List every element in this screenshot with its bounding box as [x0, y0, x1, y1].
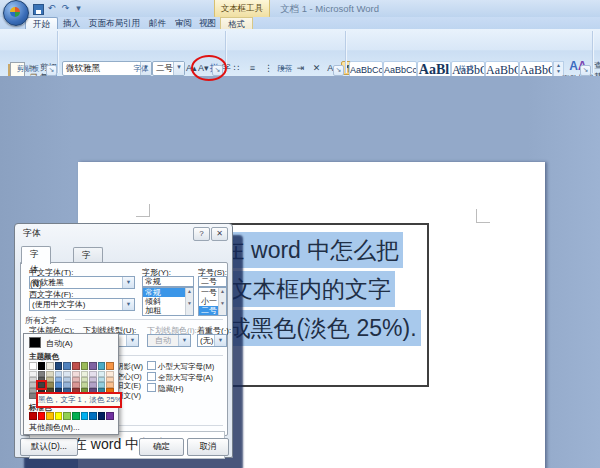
redo-icon[interactable]: ↷ — [59, 2, 72, 14]
color-swatch[interactable] — [38, 382, 46, 388]
color-swatch[interactable] — [81, 362, 89, 370]
font-color-dropdown: 自动(A) 主题颜色 标准色 其他颜色(M)... — [23, 333, 119, 435]
dialog-tab-font[interactable]: 字体(N) — [21, 246, 51, 264]
color-swatch[interactable] — [38, 412, 46, 420]
textbox-line[interactable]: 设成黑色(淡色 25%). — [200, 310, 420, 346]
margin-mark — [476, 209, 477, 223]
paragraph-dialog-launcher[interactable]: ↘ — [333, 65, 344, 76]
styles-dialog-launcher[interactable]: ↘ — [580, 65, 591, 76]
color-swatch[interactable] — [63, 362, 71, 370]
checkbox-icon[interactable] — [147, 383, 156, 392]
list-option[interactable]: 常规 — [143, 288, 188, 297]
help-icon[interactable]: ? — [193, 227, 210, 241]
effect-checkbox[interactable]: 全部大写字母(A) — [147, 372, 213, 383]
chevron-down-icon[interactable]: ▼ — [126, 335, 138, 346]
scrollbar[interactable]: ▲▼ — [185, 288, 193, 315]
color-tooltip: 黑色，文字 1，淡色 25% — [36, 392, 122, 408]
color-swatch[interactable] — [72, 412, 80, 420]
paragraph-group-label: 段落 — [226, 64, 344, 74]
ribbon-tab-row: 开始 插入 页面布局 引用 邮件 审阅 视图 格式 — [0, 17, 600, 29]
edit-group-item[interactable]: 查找 — [594, 60, 600, 71]
color-swatch[interactable] — [63, 412, 71, 420]
emphasis-combo[interactable]: (无)▼ — [197, 334, 227, 347]
font-style-list[interactable]: ▲▼常规倾斜加粗 — [142, 287, 194, 316]
color-swatch[interactable] — [29, 412, 37, 420]
dialog-title: 字体 — [23, 227, 41, 240]
dialog-tab-spacing[interactable]: 字符间距(R) — [73, 247, 103, 263]
color-swatch[interactable] — [98, 362, 106, 370]
scrollbar[interactable]: ▲▼ — [218, 288, 226, 315]
underline-color-combo: 自动▼ — [147, 334, 191, 347]
tab-view[interactable]: 视图 — [192, 17, 223, 29]
qat-menu-icon[interactable]: ▾ — [72, 2, 85, 14]
automatic-color-item[interactable]: 自动(A) — [26, 337, 114, 350]
color-swatch[interactable] — [98, 412, 106, 420]
chevron-down-icon[interactable]: ▼ — [122, 299, 134, 310]
margin-mark — [476, 222, 490, 223]
font-size-input[interactable]: 二号 — [198, 276, 227, 287]
word-window: ↶ ↷ ▾ 文本框工具 文档 1 - Microsoft Word 开始 插入 … — [0, 0, 600, 468]
annotation-circle — [191, 55, 227, 81]
color-swatch[interactable] — [29, 362, 37, 370]
font-style-input[interactable]: 常规 — [142, 276, 194, 287]
font-size-list[interactable]: ▲▼一号小一二号 — [198, 287, 227, 316]
undo-icon[interactable]: ↶ — [45, 2, 58, 14]
color-swatch[interactable] — [106, 412, 114, 420]
color-swatch[interactable] — [55, 412, 63, 420]
more-colors-item[interactable]: 其他颜色(M)... — [29, 423, 113, 433]
textbox-line[interactable]: 文本框内的文字 — [226, 271, 395, 307]
office-logo-icon — [10, 7, 20, 17]
chinese-font-combo[interactable]: 微软雅黑▼ — [29, 276, 135, 289]
color-swatch[interactable] — [89, 412, 97, 420]
clipboard-dialog-launcher[interactable]: ↘ — [46, 65, 57, 76]
cancel-button[interactable]: 取消 — [187, 438, 229, 456]
color-swatch[interactable] — [46, 362, 54, 370]
margin-mark — [136, 216, 150, 217]
theme-colors-label: 主题颜色 — [29, 352, 59, 362]
effect-checkbox[interactable]: 小型大写字母(M) — [147, 361, 214, 372]
chevron-down-icon[interactable]: ▼ — [214, 335, 226, 346]
window-title: 文档 1 - Microsoft Word — [280, 3, 379, 16]
contextual-tool-header: 文本框工具 — [214, 0, 270, 18]
color-swatch[interactable] — [55, 362, 63, 370]
theme-color-row — [29, 362, 114, 370]
standard-color-row — [29, 412, 114, 420]
ok-button[interactable]: 确定 — [139, 438, 184, 456]
save-icon[interactable] — [33, 4, 44, 15]
styles-group-label: 样式 — [346, 64, 586, 74]
title-bar: ↶ ↷ ▾ 文本框工具 文档 1 - Microsoft Word — [0, 0, 600, 18]
chevron-down-icon: ▼ — [178, 335, 190, 346]
color-swatch[interactable] — [81, 412, 89, 420]
color-swatch[interactable] — [89, 362, 97, 370]
close-icon[interactable]: ✕ — [211, 227, 228, 241]
office-button[interactable] — [3, 0, 29, 26]
black-swatch-icon — [29, 337, 41, 348]
checkbox-icon[interactable] — [147, 361, 156, 370]
list-option[interactable]: 加粗 — [143, 306, 188, 315]
chevron-down-icon[interactable]: ▼ — [122, 277, 134, 288]
color-swatch[interactable] — [106, 362, 114, 370]
ribbon: 粘贴 ✂剪切 ❐复制 ✎格式刷 剪贴板 ↘ 微软雅黑▼ 二号▼ A▴A▾拼字 B… — [0, 29, 600, 77]
color-swatch[interactable] — [72, 362, 80, 370]
color-swatch[interactable] — [46, 412, 54, 420]
default-button[interactable]: 默认(D)... — [20, 438, 78, 456]
color-swatch[interactable] — [38, 362, 46, 370]
textbox-line[interactable]: 在 word 中怎么把 — [218, 232, 404, 268]
effect-checkbox[interactable]: 隐藏(H) — [147, 383, 183, 394]
western-font-combo[interactable]: (使用中文字体)▼ — [29, 298, 135, 311]
list-option[interactable]: 倾斜 — [143, 297, 188, 306]
checkbox-icon[interactable] — [147, 372, 156, 381]
